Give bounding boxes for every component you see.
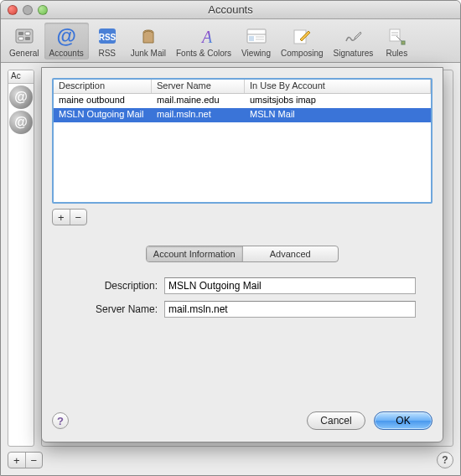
remove-account-button[interactable]: −: [26, 453, 43, 468]
table-row[interactable]: maine outbound mail.maine.edu umsitsjobs…: [54, 94, 431, 108]
traffic-lights: [8, 5, 48, 15]
pencil-paper-icon: [289, 24, 314, 48]
accounts-sidebar: Ac @ @: [8, 70, 34, 447]
svg-rect-10: [249, 36, 254, 41]
svg-rect-2: [25, 32, 30, 35]
toolbar-label: Rules: [386, 49, 408, 58]
smtp-server-sheet: Description Server Name In Use By Accoun…: [41, 67, 443, 442]
toolbar-signatures[interactable]: Signatures: [329, 23, 379, 60]
cell-server-name: mail.msln.net: [152, 108, 245, 122]
toolbar-rules[interactable]: Rules: [378, 23, 415, 60]
at-sign-icon: @: [54, 24, 79, 48]
minimize-window-button[interactable]: [23, 5, 33, 15]
svg-text:A: A: [200, 28, 213, 46]
cell-server-name: mail.maine.edu: [152, 94, 245, 108]
cell-description: maine outbound: [54, 94, 152, 108]
description-input[interactable]: [164, 277, 416, 294]
label-description: Description:: [52, 280, 164, 292]
accounts-window: Accounts General @ Accounts RSS RSS Junk…: [0, 0, 461, 476]
smtp-server-table[interactable]: Description Server Name In Use By Accoun…: [52, 78, 433, 204]
viewing-icon: [244, 24, 269, 48]
cancel-button[interactable]: Cancel: [307, 411, 365, 430]
cell-description: MSLN Outgoing Mail: [54, 108, 152, 122]
table-header: Description Server Name In Use By Accoun…: [54, 80, 431, 94]
toolbar-label: Signatures: [334, 49, 374, 58]
sheet-button-row: ? Cancel OK: [52, 405, 433, 430]
toolbar-composing[interactable]: Composing: [276, 23, 329, 60]
table-controls: + −: [52, 209, 433, 225]
rules-icon: [384, 24, 409, 48]
cell-in-use-by: umsitsjobs imap: [245, 94, 431, 108]
svg-rect-4: [25, 37, 30, 40]
cell-in-use-by: MSLN Mail: [245, 108, 431, 122]
titlebar: Accounts: [1, 1, 460, 19]
sidebar-header: Ac: [8, 70, 34, 84]
trash-bag-icon: [136, 24, 161, 48]
col-server-name[interactable]: Server Name: [152, 80, 245, 93]
toolbar-general[interactable]: General: [4, 23, 44, 60]
add-server-button[interactable]: +: [53, 210, 70, 225]
account-icon[interactable]: @: [9, 85, 33, 109]
tab-advanced[interactable]: Advanced: [243, 246, 339, 261]
tab-account-information[interactable]: Account Information: [147, 246, 243, 261]
toolbar-accounts[interactable]: @ Accounts: [44, 23, 89, 60]
label-server-name: Server Name:: [52, 303, 164, 315]
toolbar-label: Composing: [281, 49, 324, 58]
signature-icon: [340, 24, 365, 48]
close-window-button[interactable]: [8, 5, 18, 15]
add-remove-server: + −: [52, 209, 87, 225]
toolbar-label: RSS: [98, 49, 116, 58]
sheet-help-button[interactable]: ?: [52, 412, 69, 429]
table-row[interactable]: MSLN Outgoing Mail mail.msln.net MSLN Ma…: [54, 108, 431, 122]
add-remove-account: + −: [8, 452, 43, 468]
remove-server-button[interactable]: −: [70, 210, 87, 225]
detail-tabs: Account Information Advanced: [146, 246, 339, 262]
ok-button[interactable]: OK: [374, 411, 433, 430]
toolbar-junk-mail[interactable]: Junk Mail: [126, 23, 171, 60]
col-description[interactable]: Description: [54, 80, 152, 93]
fonts-colors-icon: A: [191, 24, 216, 48]
toolbar-rss[interactable]: RSS RSS: [89, 23, 126, 60]
window-bottom-bar: + − ?: [8, 450, 453, 470]
toolbar-label: Fonts & Colors: [176, 49, 231, 58]
switches-icon: [12, 24, 37, 48]
toolbar-label: Accounts: [49, 49, 84, 58]
svg-rect-3: [18, 37, 23, 40]
toolbar-viewing[interactable]: Viewing: [236, 23, 276, 60]
help-button[interactable]: ?: [437, 452, 453, 468]
window-title: Accounts: [1, 3, 460, 16]
toolbar-label: Junk Mail: [131, 49, 166, 58]
col-in-use-by[interactable]: In Use By Account: [245, 80, 431, 93]
row-description: Description:: [52, 277, 433, 294]
account-icon[interactable]: @: [9, 111, 33, 134]
content-area: Ac @ @ + − ? Description Server Name In …: [1, 63, 460, 475]
add-account-button[interactable]: +: [8, 453, 26, 468]
preferences-toolbar: General @ Accounts RSS RSS Junk Mail A F…: [1, 19, 460, 63]
toolbar-label: General: [9, 49, 39, 58]
svg-rect-17: [401, 41, 405, 44]
svg-rect-1: [18, 32, 23, 35]
toolbar-label: Viewing: [241, 49, 271, 58]
svg-rect-0: [16, 29, 33, 43]
rss-icon: RSS: [95, 24, 120, 48]
zoom-window-button[interactable]: [38, 5, 48, 15]
svg-text:RSS: RSS: [98, 33, 116, 42]
row-server-name: Server Name:: [52, 301, 433, 318]
toolbar-fonts-colors[interactable]: A Fonts & Colors: [171, 23, 236, 60]
server-name-input[interactable]: [164, 301, 416, 318]
